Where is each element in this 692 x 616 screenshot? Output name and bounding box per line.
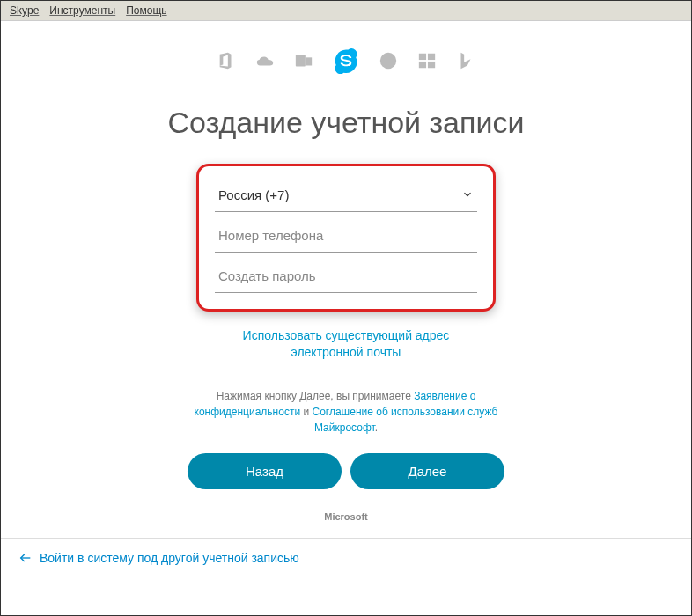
svg-rect-0 [296, 55, 306, 67]
chevron-down-icon [461, 188, 474, 201]
menu-skype[interactable]: Skype [10, 4, 39, 17]
next-button[interactable]: Далее [350, 453, 504, 489]
svg-rect-1 [306, 57, 312, 65]
service-icons [27, 48, 665, 77]
menubar: Skype Инструменты Помощь [1, 1, 691, 21]
onedrive-icon [255, 51, 275, 74]
password-input[interactable] [215, 260, 477, 293]
country-select[interactable]: Россия (+7) [215, 179, 477, 212]
tos-link[interactable]: Соглашение об использовании служб Майкро… [312, 406, 497, 434]
outlook-icon [294, 51, 313, 74]
country-value: Россия (+7) [218, 187, 461, 202]
page-title: Создание учетной записи [27, 104, 665, 142]
bing-icon [456, 51, 475, 74]
svg-rect-3 [419, 54, 426, 60]
button-row: Назад Далее [27, 453, 665, 489]
menu-tools[interactable]: Инструменты [49, 4, 115, 17]
signup-form: Россия (+7) [196, 164, 496, 312]
footer: Войти в систему под другой учетной запис… [1, 538, 691, 581]
phone-input[interactable] [215, 219, 477, 253]
microsoft-label: Microsoft [27, 511, 665, 522]
terms-text: Нажимая кнопку Далее, вы принимаете Заяв… [188, 388, 504, 436]
use-email-link[interactable]: Использовать существующий адрес электрон… [214, 327, 478, 362]
xbox-icon [379, 51, 398, 74]
svg-rect-4 [428, 54, 435, 60]
arrow-left-icon [18, 551, 33, 565]
windows-icon [417, 51, 437, 74]
menu-help[interactable]: Помощь [126, 4, 166, 17]
skype-icon [333, 48, 359, 77]
office-icon [217, 51, 236, 74]
svg-point-2 [380, 53, 396, 69]
switch-account-link[interactable]: Войти в систему под другой учетной запис… [18, 551, 299, 565]
svg-rect-5 [419, 62, 426, 68]
back-button[interactable]: Назад [188, 453, 342, 489]
svg-rect-6 [428, 62, 435, 68]
main-content: Создание учетной записи Россия (+7) Испо… [1, 21, 691, 522]
